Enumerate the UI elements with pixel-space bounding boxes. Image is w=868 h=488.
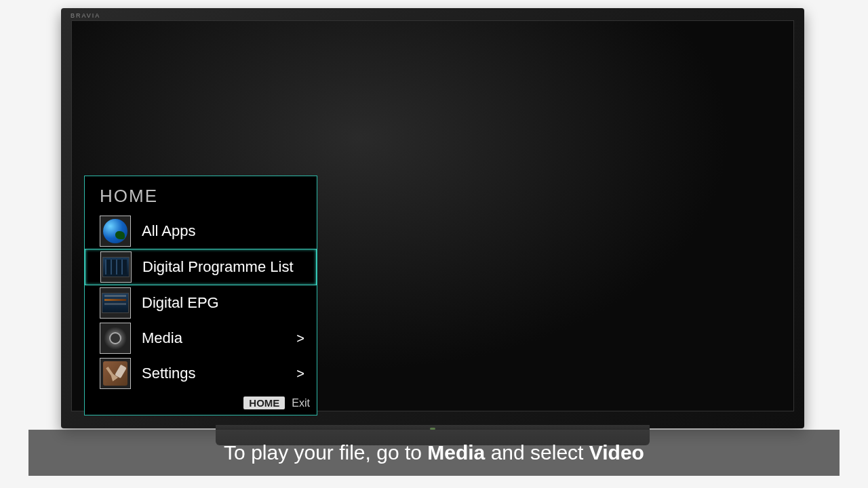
menu-item-settings[interactable]: Settings >: [85, 356, 317, 391]
programme-list-icon: [100, 251, 132, 283]
tv-screen: HOME All Apps Digital Programme List Dig…: [71, 20, 794, 411]
exit-hint: Exit: [292, 397, 310, 409]
chevron-right-icon: >: [296, 331, 309, 346]
media-icon: [100, 323, 131, 354]
tv-frame: BRAVIA HOME All Apps Digital Programme L…: [61, 8, 804, 428]
menu-item-label: Digital Programme List: [142, 258, 308, 276]
globe-icon: [100, 216, 131, 247]
menu-item-label: Settings: [142, 365, 296, 382]
menu-item-label: Media: [142, 329, 296, 347]
menu-item-digital-epg[interactable]: Digital EPG: [85, 285, 317, 321]
instruction-caption: To play your file, go to Media and selec…: [28, 430, 840, 476]
menu-item-all-apps[interactable]: All Apps: [85, 214, 317, 249]
home-button-hint: HOME: [243, 396, 285, 409]
menu-item-label: All Apps: [142, 222, 309, 240]
chevron-right-icon: >: [296, 366, 309, 382]
menu-footer: HOME Exit: [85, 391, 317, 415]
epg-icon: [100, 287, 131, 319]
menu-title: HOME: [85, 176, 317, 214]
settings-icon: [100, 358, 131, 389]
tv-brand-label: BRAVIA: [71, 12, 100, 19]
menu-item-digital-programme-list[interactable]: Digital Programme List: [85, 249, 317, 285]
home-menu-panel: HOME All Apps Digital Programme List Dig…: [84, 176, 317, 415]
caption-text: To play your file, go to Media and selec…: [224, 441, 644, 464]
menu-item-media[interactable]: Media >: [85, 321, 317, 356]
menu-item-label: Digital EPG: [142, 294, 309, 312]
